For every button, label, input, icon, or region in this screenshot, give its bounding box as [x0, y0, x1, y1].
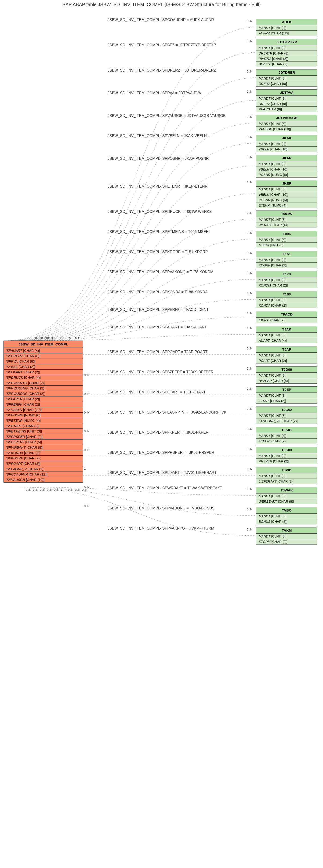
main-field-row: ISPVAUSGB [CHAR (10)]	[4, 477, 83, 482]
edge-label: JSBW_SD_INV_ITEM_COMPL-ISPETART = TJEP-E…	[107, 390, 205, 394]
cardinality-label: 0..N	[247, 115, 252, 119]
main-field-row: ISPETART [CHAR (2)]	[4, 423, 83, 429]
main-field-row: ISPPERFK [CHAR (2)]	[4, 402, 83, 407]
cardinality-label: 1	[84, 467, 86, 470]
cardinality-label: 0..N	[84, 448, 90, 452]
target-table-TJEP: TJEPMANDT [CLNT (3)]ETART [CHAR (2)]	[256, 386, 317, 404]
target-table-TVBO: TVBOMANDT [CLNT (3)]BONUS [CHAR (2)]	[256, 507, 317, 524]
target-header: T006	[256, 231, 317, 237]
target-header: JDTBEZTYP	[256, 39, 317, 45]
target-table-JKAK: JKAKMANDT [CLNT (3)]VBELN [CHAR (10)]	[256, 135, 317, 152]
edge-label: JSBW_SD_INV_ITEM_COMPL-ISPBEZ = JDTBEZTY…	[107, 43, 216, 47]
target-field-row: MANDT [CLNT (3)]	[256, 352, 317, 358]
main-field-row: ISPPVA [CHAR (8)]	[4, 359, 83, 364]
target-header: T151	[256, 251, 317, 257]
edge-label: JSBW_SD_INV_ITEM_COMPL-ISPKONDA = T188-K…	[107, 290, 208, 294]
target-table-JDTVAUSGB: JDTVAUSGBMANDT [CLNT (3)]VAUSGB [CHAR (1…	[256, 115, 317, 132]
target-field-row: KONDA [CHAR (2)]	[256, 303, 317, 308]
main-field-row: ISPPVABONG [CHAR (2)]	[4, 391, 83, 396]
cardinality-label: 0..N	[247, 387, 252, 391]
cardinality-label: 0..N	[247, 211, 252, 215]
target-table-JKAP: JKAPMANDT [CLNT (3)]VBELN [CHAR (10)]POS…	[256, 155, 317, 178]
main-field-row: ISPFKPER [CHAR (2)]	[4, 396, 83, 402]
target-field-row: KDGRP [CHAR (2)]	[256, 262, 317, 268]
cardinality-label: 0..N	[247, 90, 252, 93]
edge-label: JSBW_SD_INV_ITEM_COMPL-ISPPVAKNTG = TVKM…	[107, 526, 214, 530]
edge-label: JSBW_SD_INV_ITEM_COMPL-ISPKDGRP = T151-K…	[107, 250, 208, 254]
edge-label: JSBW_SD_INV_ITEM_COMPL-ISPVAUSGB = JDTVA…	[107, 114, 226, 118]
target-table-TJWAK: TJWAKMANDT [CLNT (3)]WERBEAKT [CHAR (8)]	[256, 487, 317, 504]
main-field-row: ISPPVAKNTG [CHAR (2)]	[4, 380, 83, 385]
main-field-row: ISPWRBAKT [CHAR (8)]	[4, 445, 83, 450]
target-header: JDTPVA	[256, 90, 317, 96]
target-table-TJAK: TJAKMANDT [CLNT (3)]AUART [CHAR (4)]	[256, 326, 317, 343]
cardinality-label: 0..N	[247, 135, 252, 139]
target-field-row: MSEHI [UNIT (3)]	[256, 242, 317, 248]
target-field-row: WERBEAKT [CHAR (8)]	[256, 499, 317, 504]
edge-label: JSBW_SD_INV_ITEM_COMPL-ISPPVAKONG = T178…	[107, 270, 213, 274]
main-field-row: ISPLIFART [CHAR (2)]	[4, 369, 83, 375]
target-field-row: MANDT [CLNT (3)]	[256, 473, 317, 478]
target-field-row: PVATRA [CHAR (8)]	[256, 56, 317, 61]
target-header: T178	[256, 271, 317, 277]
cardinality-label: 0..N	[247, 231, 252, 235]
cardinality-label: 0..N	[247, 39, 252, 43]
main-field-row: ISPDRUCK [CHAR (4)]	[4, 375, 83, 380]
target-table-TJG92: TJG92MANDT [CLNT (3)]LANDGRP_VK [CHAR (2…	[256, 406, 317, 424]
target-field-row: MANDT [CLNT (3)]	[256, 433, 317, 438]
target-field-row: VBELN [CHAR (10)]	[256, 166, 317, 172]
target-field-row: AUFNR [CHAR (12)]	[256, 30, 317, 36]
main-field-row: ISPPVAKONG [CHAR (2)]	[4, 385, 83, 391]
target-field-row: IDENT [CHAR (2)]	[256, 317, 317, 323]
main-field-row: ISPPRSPER [CHAR (2)]	[4, 434, 83, 439]
target-field-row: MANDT [CLNT (3)]	[256, 453, 317, 459]
target-field-row: MANDT [CLNT (3)]	[256, 121, 317, 126]
target-field-row: WERKS [CHAR (4)]	[256, 222, 317, 227]
main-field-row: ISPBZPERF [CHAR (5)]	[4, 439, 83, 445]
target-field-row: BEZTYP [CHAR (2)]	[256, 61, 317, 67]
target-field-row: LIEFERART [CHAR (2)]	[256, 478, 317, 484]
target-table-JDTPVA: JDTPVAMANDT [CLNT (3)]DRERZ [CHAR (8)]PV…	[256, 89, 317, 112]
target-field-row: MANDT [CLNT (3)]	[256, 332, 317, 338]
cardinality-label: 0..N	[47, 488, 53, 491]
target-header: TJAK	[256, 326, 317, 332]
target-field-row: DRERTR [CHAR (8)]	[256, 51, 317, 56]
cardinality-label: 0..N	[247, 467, 252, 471]
target-field-row: KTGRM [CHAR (2)]	[256, 539, 317, 544]
cardinality-label: 0..N	[247, 70, 252, 73]
cardinality-label: 0..N	[247, 488, 252, 491]
target-table-TJAP: TJAPMANDT [CLNT (3)]POART [CHAR (2)]	[256, 346, 317, 364]
edge-label: JSBW_SD_INV_ITEM_COMPL-ISPDRUCK = T001W-…	[107, 210, 212, 214]
target-field-row: MANDT [CLNT (3)]	[256, 217, 317, 222]
cardinality-label: 0..N	[84, 392, 90, 396]
cardinality-label: 0..N	[47, 336, 53, 340]
target-table-TFACD: TFACDIDENT [CHAR (2)]	[256, 311, 317, 323]
target-table-T001W: T001WMANDT [CLNT (3)]WERKS [CHAR (4)]	[256, 211, 317, 228]
cardinality-label: 0..N	[33, 488, 38, 491]
cardinality-label: 0..N	[247, 181, 252, 184]
edge-label: JSBW_SD_INV_ITEM_COMPL-ISPAUART = TJAK-A…	[107, 325, 207, 329]
target-field-row: BONUS [CHAR (2)]	[256, 519, 317, 524]
target-field-row: VAUSGB [CHAR (10)]	[256, 126, 317, 132]
edge-label: JSBW_SD_INV_ITEM_COMPL-ISPBZPERF = TJD09…	[107, 370, 214, 374]
target-table-T006: T006MANDT [CLNT (3)]MSEHI [UNIT (3)]	[256, 230, 317, 248]
cardinality-label: 0..N	[247, 507, 252, 511]
edge-label: JSBW_SD_INV_ITEM_COMPL-ISPVBELN = JKAK-V…	[107, 134, 207, 138]
target-header: TJWAK	[256, 487, 317, 493]
target-field-row: MANDT [CLNT (3)]	[256, 161, 317, 166]
target-field-row: VBELN [CHAR (10)]	[256, 192, 317, 197]
target-field-row: MANDT [CLNT (3)]	[256, 514, 317, 519]
main-field-row: ISPKONDA [CHAR (2)]	[4, 450, 83, 456]
target-header: T001W	[256, 211, 317, 217]
target-field-row: PRSPER [CHAR (2)]	[256, 459, 317, 464]
target-table-AUFK: AUFKMANDT [CLNT (3)]AUFNR [CHAR (12)]	[256, 19, 317, 36]
edge-label: JSBW_SD_INV_ITEM_COMPL-ISPPOART = TJAP-P…	[107, 350, 207, 354]
cardinality-label: 0..N	[84, 411, 90, 414]
target-field-row: MANDT [CLNT (3)]	[256, 277, 317, 283]
main-field-row: ISPKDGRP [CHAR (2)]	[4, 456, 83, 461]
target-table-TJD09: TJD09MANDT [CLNT (3)]BEZPER [CHAR (5)]	[256, 366, 317, 383]
edge-label: JSBW_SD_INV_ITEM_COMPL-ISPPVABONG = TVBO…	[107, 506, 215, 510]
main-field-row: ISPETENR [NUMC (4)]	[4, 418, 83, 423]
target-field-row: MANDT [CLNT (3)]	[256, 186, 317, 192]
cardinality-label: 1	[61, 488, 62, 491]
